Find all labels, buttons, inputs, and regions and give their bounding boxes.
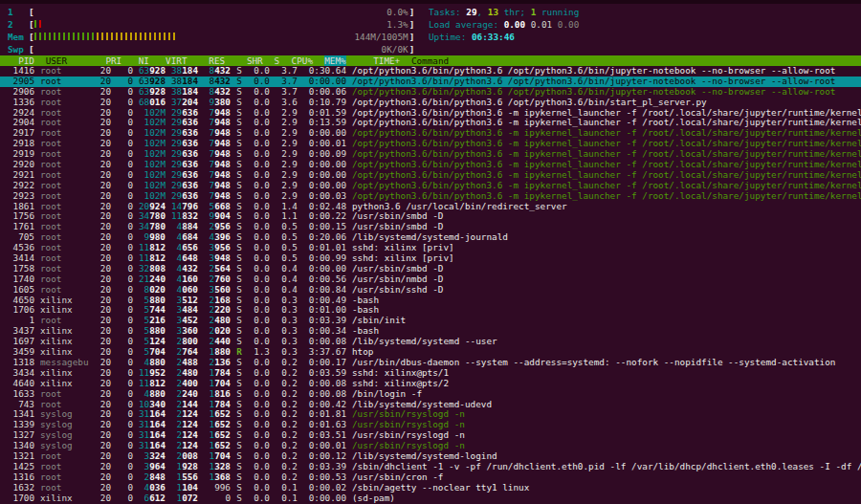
state-value: S bbox=[236, 462, 242, 472]
res-value: 3360 bbox=[171, 326, 198, 337]
process-row[interactable]: 2923root200102M296367948S0.02.90:00.03/o… bbox=[0, 191, 861, 202]
process-row[interactable]: 2919root200102M296367948S0.02.90:00.09/o… bbox=[0, 149, 861, 160]
res-value: 2124 bbox=[171, 430, 198, 441]
virt-value: 21240 bbox=[139, 274, 166, 285]
pid-value: 3434 bbox=[8, 368, 34, 379]
process-row[interactable]: 705root200998046844396S0.00.50:20.06/lib… bbox=[0, 232, 861, 243]
shr-kilobytes-tail: 440 bbox=[214, 337, 231, 347]
process-row[interactable]: 1316root200284815561368S0.00.20:00.53/us… bbox=[0, 472, 861, 483]
user-value: root bbox=[40, 232, 89, 243]
column-header-state[interactable]: S bbox=[274, 55, 279, 66]
command-value: htop bbox=[352, 347, 373, 358]
process-row[interactable]: 2917root200102M296367948S0.02.90:00.00/o… bbox=[0, 128, 861, 139]
shr-kilobytes-tail: 652 bbox=[214, 409, 231, 420]
res-kilobytes-tail: 636 bbox=[182, 128, 198, 139]
shr-kilobytes-tail: 948 bbox=[214, 253, 231, 264]
meter-close-bracket: ] bbox=[409, 44, 415, 55]
process-row[interactable]: 2922root200102M296367948S0.02.90:00.00/o… bbox=[0, 181, 861, 191]
command-value: /usr/sbin/rsyslogd -n bbox=[352, 409, 465, 420]
column-header-pid[interactable]: PID bbox=[8, 55, 34, 66]
cpu2-meter: 2[1.3%] bbox=[8, 18, 414, 31]
state-value: S bbox=[236, 409, 242, 420]
process-row[interactable]: 1758root2003280844322564S0.00.40:00.00/u… bbox=[0, 264, 861, 274]
column-header-virt[interactable]: VIRT bbox=[161, 55, 188, 66]
shr-kilobytes-tail: 380 bbox=[214, 98, 231, 108]
process-row[interactable]: 1341syslog2003116421241652S0.00.20:01.81… bbox=[0, 409, 861, 420]
command-value: /opt/python3.6/bin/python3.6 -m ipykerne… bbox=[352, 170, 861, 181]
column-header-cpu[interactable]: CPU% bbox=[291, 55, 313, 66]
state-value: S bbox=[236, 232, 242, 243]
user-value: root bbox=[40, 139, 89, 149]
process-row[interactable]: 1632root20040361104996S0.00.10:00.02/sbi… bbox=[0, 483, 861, 493]
column-header-res[interactable]: RES bbox=[198, 55, 225, 66]
process-row[interactable]: 2920root200102M296367948S0.02.90:00.00/o… bbox=[0, 160, 861, 170]
process-row[interactable]: 3414root2001181246483948S0.00.50:00.99ss… bbox=[0, 253, 861, 264]
command-value: /usr/sbin/smbd -D bbox=[352, 222, 443, 232]
process-row[interactable]: 2906root20063928381848432S0.03.70:00.06/… bbox=[0, 87, 861, 98]
process-row[interactable]: 1633root200488022401816S0.00.20:00.08/bi… bbox=[0, 389, 861, 400]
column-header-pri[interactable]: PRI bbox=[105, 55, 121, 66]
process-row[interactable]: 2924root200102M296367948S0.02.90:01.59/o… bbox=[0, 108, 861, 119]
shr-kilobytes-tail: 020 bbox=[214, 326, 231, 337]
state-value: S bbox=[236, 274, 242, 285]
column-header-ni[interactable]: NI bbox=[133, 55, 149, 66]
cpu-percent-value: 0.0 bbox=[248, 358, 270, 368]
mem-percent-value: 0.2 bbox=[276, 379, 298, 389]
process-row[interactable]: 1318messagebu200488024882136S0.00.20:00.… bbox=[0, 358, 861, 368]
process-row[interactable]: 3434xilinx2001195224801784S0.00.20:03.59… bbox=[0, 368, 861, 379]
process-row[interactable]: 2904root200102M296367948S0.02.90:13.59/o… bbox=[0, 118, 861, 128]
user-value: root bbox=[40, 389, 89, 400]
shr-value: 7948 bbox=[204, 149, 231, 160]
column-header-mem-sorted[interactable]: MEM% bbox=[324, 55, 346, 66]
process-row[interactable]: 1740root2002124041602760S0.00.40:00.56/u… bbox=[0, 274, 861, 285]
priority-value: 20 bbox=[95, 296, 111, 306]
res-value: 38184 bbox=[171, 77, 198, 87]
process-row[interactable]: 1root200521634522480S0.00.30:03.39/sbin/… bbox=[0, 316, 861, 326]
process-row-selected[interactable]: 2905root20063928381848432S0.03.70:00.00/… bbox=[0, 77, 861, 87]
meter-bar-tick bbox=[121, 33, 122, 40]
res-value: 38184 bbox=[171, 66, 198, 77]
process-row[interactable]: 4536root2001181246563956S0.00.50:01.01ss… bbox=[0, 243, 861, 253]
command-value: /usr/sbin/nmbd -D bbox=[352, 274, 443, 285]
process-row[interactable]: 1416root20063928381848432S0.03.70:30.64/… bbox=[0, 66, 861, 77]
user-value: root bbox=[40, 253, 89, 264]
process-row[interactable]: 1861root20020924147965668S0.01.40:02.48p… bbox=[0, 202, 861, 212]
cpu-percent-value: 0.0 bbox=[248, 243, 270, 253]
res-value: 4432 bbox=[171, 264, 198, 274]
process-row[interactable]: 1605root200802040603560S0.00.40:00.84/us… bbox=[0, 285, 861, 296]
process-row[interactable]: 1756root20034780118329904S0.01.10:00.22/… bbox=[0, 211, 861, 222]
shr-kilobytes-tail: 564 bbox=[214, 264, 231, 274]
process-row[interactable]: 4650xilinx200588035122168S0.00.30:00.49-… bbox=[0, 296, 861, 306]
process-row[interactable]: 1336root20068016372049380S0.03.60:10.79/… bbox=[0, 98, 861, 108]
process-row[interactable]: 1340syslog2003116421241652S0.00.20:00.01… bbox=[0, 441, 861, 451]
process-row[interactable]: 4640xilinx2001181224001704S0.00.20:00.08… bbox=[0, 379, 861, 389]
process-row[interactable]: 1706xilinx200574434842220S0.00.30:01.00-… bbox=[0, 305, 861, 316]
priority-value: 20 bbox=[95, 108, 111, 119]
shr-value: 2440 bbox=[204, 337, 231, 347]
process-row[interactable]: 1700xilinx200661210720S0.00.10:00.00(sd-… bbox=[0, 493, 861, 504]
time-value: 0:00.12 bbox=[303, 451, 346, 462]
virt-value: 102M bbox=[139, 170, 166, 181]
process-row[interactable]: 743root2001034021441784S0.00.20:00.42/li… bbox=[0, 400, 861, 410]
column-header-user[interactable]: USER bbox=[46, 55, 95, 66]
command-value: /usr/sbin/rsyslogd -n bbox=[352, 441, 465, 451]
column-header-command[interactable]: Command bbox=[411, 55, 449, 66]
process-row[interactable]: 1327syslog2003116421241652S0.00.20:03.51… bbox=[0, 430, 861, 441]
shr-kilobytes-tail: 948 bbox=[214, 181, 231, 191]
process-row[interactable]: 2918root200102M296367948S0.02.90:00.01/o… bbox=[0, 139, 861, 149]
process-row[interactable]: 1761root2003478048842956S0.00.50:00.15/u… bbox=[0, 222, 861, 232]
process-row[interactable]: 1425root200396419281328S0.00.20:03.39/sb… bbox=[0, 462, 861, 472]
priority-value: 20 bbox=[95, 347, 111, 358]
process-row[interactable]: 3459xilinx200570427641880R1.30.33:37.67h… bbox=[0, 347, 861, 358]
process-row[interactable]: 1321root200332420081704S0.00.20:00.12/li… bbox=[0, 451, 861, 462]
state-value: S bbox=[236, 472, 242, 483]
process-row[interactable]: 3437xilinx200588033602020S0.00.30:00.34-… bbox=[0, 326, 861, 337]
res-value: 3512 bbox=[171, 296, 198, 306]
mem-percent-value: 0.2 bbox=[276, 400, 298, 410]
process-row[interactable]: 2921root200102M296367948S0.02.90:00.00/o… bbox=[0, 170, 861, 181]
process-row[interactable]: 1697xilinx200512428002440S0.00.30:00.08/… bbox=[0, 337, 861, 347]
column-header-shr[interactable]: SHR bbox=[236, 55, 263, 66]
process-row[interactable]: 1339syslog2003116421241652S0.00.20:01.63… bbox=[0, 420, 861, 430]
virt-megabytes: 102M bbox=[144, 160, 166, 170]
column-header-time[interactable]: TIME+ bbox=[357, 55, 400, 66]
